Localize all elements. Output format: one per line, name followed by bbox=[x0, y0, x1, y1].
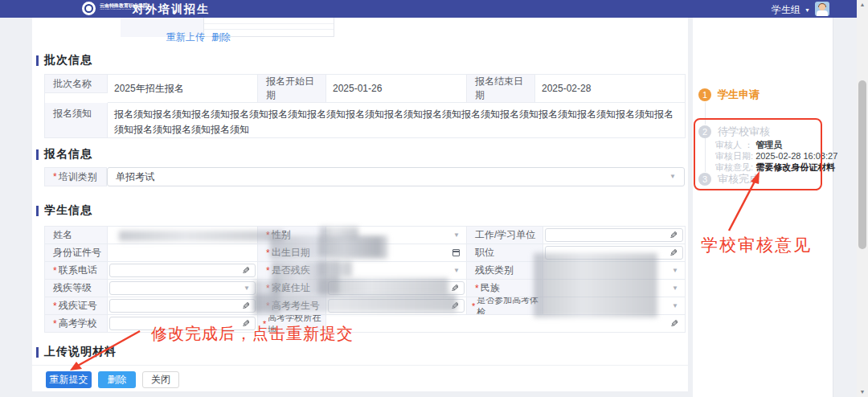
physical-exam-label: *是否参加高考体检 bbox=[467, 297, 543, 315]
chevron-down-icon: ▼ bbox=[672, 285, 678, 292]
upload-actions: 重新上传 删除 bbox=[166, 31, 231, 44]
work-unit-label: 工作/学习单位 bbox=[467, 227, 543, 244]
batch-end-value: 2025-02-28 bbox=[535, 75, 686, 103]
chevron-down-icon: ▼ bbox=[805, 7, 810, 13]
disability-type-label: 残疾类别 bbox=[467, 262, 543, 280]
batch-info-table: 批次名称 2025年招生报名 报名开始日期 2025-01-26 报名结束日期 … bbox=[44, 74, 686, 138]
school-logo-icon bbox=[82, 2, 96, 15]
redacted-value bbox=[318, 261, 352, 276]
chevron-down-icon: ▼ bbox=[453, 232, 460, 239]
required-marker: * bbox=[53, 171, 57, 182]
side-annotation: 学校审核意见 bbox=[701, 234, 812, 256]
training-type-select[interactable]: 单招考试 ▼ bbox=[107, 167, 685, 186]
resubmit-button[interactable]: 重新提交 bbox=[46, 371, 92, 388]
phone-label: *联系电话 bbox=[45, 262, 108, 280]
work-unit-input-cell: ✎ bbox=[543, 227, 686, 244]
disability-level-cell: ▼ bbox=[108, 280, 258, 297]
batch-start-label: 报名开始日期 bbox=[258, 75, 326, 103]
redacted-value bbox=[318, 278, 448, 295]
disability-cert-cell: ✎ bbox=[108, 297, 258, 315]
delete-link[interactable]: 删除 bbox=[211, 31, 231, 44]
avatar[interactable] bbox=[815, 2, 829, 16]
app-header: 云南特殊教育职业学院 VOCATIONAL COLLEGE OF SPECIAL… bbox=[0, 0, 857, 18]
work-unit-input[interactable]: ✎ bbox=[545, 228, 683, 242]
position-label: 职位 bbox=[467, 244, 543, 262]
chevron-down-icon: ▼ bbox=[672, 268, 678, 274]
chevron-down-icon: ▼ bbox=[453, 268, 460, 274]
delete-button[interactable]: 删除 bbox=[98, 371, 136, 388]
edit-icon: ✎ bbox=[242, 301, 250, 311]
chevron-down-icon: ▼ bbox=[244, 285, 250, 292]
calendar-icon bbox=[452, 249, 460, 256]
training-type-label: * 培训类别 bbox=[44, 167, 107, 186]
disability-level-label: 残疾等级 bbox=[45, 280, 108, 297]
disability-cert-label: *残疾证号 bbox=[45, 297, 108, 315]
section-title: 上传说明材料 bbox=[44, 345, 117, 359]
disability-cert-input[interactable]: ✎ bbox=[109, 299, 256, 313]
step-student-apply: 1 学生申请 bbox=[698, 88, 760, 102]
step-number-badge: 1 bbox=[698, 88, 711, 101]
id-number-value bbox=[108, 244, 258, 262]
redacted-value bbox=[534, 253, 657, 317]
scrollbar-thumb[interactable] bbox=[858, 80, 866, 249]
reupload-link[interactable]: 重新上传 bbox=[166, 31, 205, 44]
chevron-down-icon: ▼ bbox=[669, 174, 676, 180]
edit-icon: ✎ bbox=[669, 231, 678, 240]
edit-icon: ✎ bbox=[669, 248, 678, 258]
batch-start-value: 2025-01-26 bbox=[326, 75, 467, 103]
section-registration-info: 报名信息 bbox=[36, 147, 92, 162]
id-number-label: 身份证件号 bbox=[45, 244, 108, 262]
vertical-scrollbar: ▲ ▼ bbox=[857, 0, 868, 397]
section-accent-bar bbox=[36, 206, 39, 216]
phone-input[interactable]: ✎ bbox=[109, 264, 256, 277]
batch-end-label: 报名结束日期 bbox=[467, 75, 535, 103]
chevron-down-icon: ▼ bbox=[672, 303, 678, 309]
review-highlight-box bbox=[694, 118, 822, 190]
redacted-value bbox=[119, 231, 284, 241]
page: ▼ 上传说明材料 重新上传 删除 批次信息 批次名称 2025年招生报名 报名开… bbox=[0, 0, 868, 397]
step-label: 学生申请 bbox=[718, 88, 760, 102]
section-upload-material: 上传说明材料 bbox=[36, 345, 117, 359]
batch-name-label: 批次名称 bbox=[45, 75, 108, 93]
redacted-value bbox=[254, 294, 457, 312]
section-accent-bar bbox=[36, 55, 39, 66]
edit-icon: ✎ bbox=[451, 284, 459, 293]
scroll-down-button[interactable]: ▼ bbox=[857, 387, 868, 397]
user-role-dropdown[interactable]: 学生组 ▼ bbox=[772, 3, 810, 17]
edit-icon: ✎ bbox=[242, 266, 250, 276]
user-role-label: 学生组 bbox=[772, 3, 800, 17]
section-accent-bar bbox=[36, 347, 39, 358]
batch-name-value: 2025年招生报名 bbox=[108, 75, 258, 103]
disability-level-select[interactable]: ▼ bbox=[109, 281, 256, 295]
training-type-value: 单招考试 bbox=[116, 170, 154, 184]
section-accent-bar bbox=[36, 149, 39, 160]
batch-notice-value: 报名须知报名须知报名须知报名须知报名须知报名须知报名须知报名须知报名须知报名须知… bbox=[108, 103, 686, 138]
ethnicity-label: *民族 bbox=[467, 280, 543, 297]
school-name: 云南特殊教育职业学院 VOCATIONAL COLLEGE OF SPECIAL… bbox=[100, 3, 130, 10]
bottom-annotation: 修改完成后，点击重新提交 bbox=[151, 323, 354, 345]
section-title: 学生信息 bbox=[44, 203, 92, 218]
gaokao-school-location-value[interactable]: ✎ bbox=[326, 315, 686, 333]
footer-divider bbox=[32, 365, 688, 366]
section-title: 报名信息 bbox=[44, 147, 92, 162]
scroll-up-button[interactable]: ▲ bbox=[857, 0, 868, 10]
section-title: 批次信息 bbox=[44, 53, 92, 68]
progress-sidebar bbox=[693, 0, 833, 397]
edit-icon: ✎ bbox=[670, 319, 678, 329]
batch-notice-label: 报名须知 bbox=[45, 103, 108, 138]
phone-input-cell: ✎ bbox=[108, 262, 258, 280]
name-label: 姓名 bbox=[45, 227, 108, 244]
section-student-info: 学生信息 bbox=[36, 203, 92, 218]
redacted-value bbox=[318, 237, 381, 256]
gaokao-school-label: *高考学校 bbox=[45, 315, 108, 333]
section-batch-info: 批次信息 bbox=[36, 53, 92, 68]
close-button[interactable]: 关闭 bbox=[142, 371, 179, 388]
app-title: 对外培训招生 bbox=[133, 2, 210, 17]
